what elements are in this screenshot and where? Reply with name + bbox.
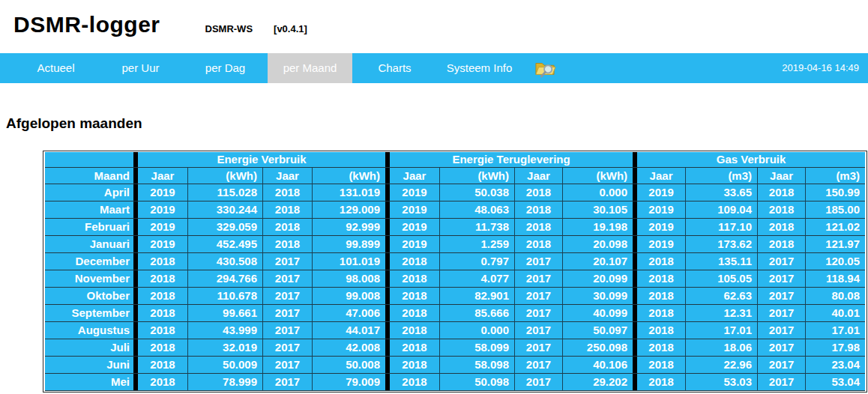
year-cell: 2018	[262, 236, 312, 253]
value-cell: 48.063	[439, 201, 514, 219]
value-cell: 11.738	[439, 219, 514, 236]
value-cell: 294.766	[187, 270, 262, 288]
value-cell: 12.31	[685, 305, 757, 322]
year-cell: 2019	[138, 219, 187, 236]
value-cell: 99.661	[187, 305, 262, 322]
year-cell: 2017	[262, 305, 312, 322]
year-cell: 2018	[637, 322, 685, 339]
value-cell: 82.901	[439, 288, 514, 305]
app-subtitle: DSMR-WS	[205, 23, 253, 34]
value-cell: 109.04	[685, 201, 757, 219]
table-row: Juni201850.009201750.008201858.098201740…	[45, 357, 865, 374]
year-cell: 2019	[138, 236, 187, 253]
year-cell: 2017	[757, 253, 805, 270]
year-cell: 2018	[390, 322, 439, 339]
value-cell: 117.10	[685, 219, 757, 236]
year-cell: 2018	[262, 219, 312, 236]
blank-header-cell	[45, 152, 133, 168]
year-cell: 2018	[637, 270, 685, 288]
nav-item-per-dag[interactable]: per Dag	[183, 53, 268, 83]
year-cell: 2018	[637, 288, 685, 305]
year-cell: 2017	[757, 288, 805, 305]
value-cell: 115.028	[187, 184, 262, 201]
year-cell: 2018	[637, 339, 685, 357]
column-header-kwh: (kWh)	[439, 168, 514, 184]
table-row: Januari2019452.495201899.89920191.259201…	[45, 236, 865, 253]
value-cell: 121.02	[805, 219, 865, 236]
value-cell: 20.099	[562, 270, 633, 288]
nav-item-per-maand[interactable]: per Maand	[268, 53, 352, 83]
value-cell: 110.678	[187, 288, 262, 305]
table-body: April2019115.0282018131.019201950.038201…	[45, 184, 865, 391]
value-cell: 50.097	[562, 322, 633, 339]
value-cell: 4.077	[439, 270, 514, 288]
value-cell: 78.999	[187, 374, 262, 391]
table-sub-header-row: Maand Jaar (kWh) Jaar (kWh) Jaar (kWh) J…	[45, 168, 865, 184]
year-cell: 2018	[637, 357, 685, 374]
value-cell: 32.019	[187, 339, 262, 357]
group-header-energie-verbruik: Energie Verbruik	[138, 152, 385, 168]
year-cell: 2017	[262, 253, 312, 270]
month-cell: November	[45, 270, 133, 288]
month-cell: Februari	[45, 219, 133, 236]
year-cell: 2017	[514, 339, 562, 357]
nav-item-charts[interactable]: Charts	[352, 53, 437, 83]
column-header-kwh: (kWh)	[562, 168, 633, 184]
app-title: DSMR-logger	[13, 12, 160, 37]
year-cell: 2018	[262, 201, 312, 219]
column-header-kwh: (kWh)	[187, 168, 262, 184]
group-header-gas-verbruik: Gas Verbruik	[637, 152, 865, 168]
year-cell: 2017	[262, 270, 312, 288]
value-cell: 47.006	[312, 305, 385, 322]
month-cell: Juni	[45, 357, 133, 374]
nav-timestamp: 2019-04-16 14:49	[782, 53, 868, 83]
value-cell: 53.04	[805, 374, 865, 391]
year-cell: 2017	[514, 270, 562, 288]
year-cell: 2018	[514, 219, 562, 236]
value-cell: 30.099	[562, 288, 633, 305]
nav-item-systeem-info[interactable]: Systeem Info	[437, 53, 522, 83]
year-cell: 2018	[138, 357, 187, 374]
year-cell: 2017	[514, 305, 562, 322]
column-header-jaar: Jaar	[757, 168, 805, 184]
value-cell: 40.106	[562, 357, 633, 374]
year-cell: 2018	[138, 322, 187, 339]
month-cell: Augustus	[45, 322, 133, 339]
year-cell: 2018	[757, 219, 805, 236]
year-cell: 2018	[514, 236, 562, 253]
value-cell: 40.099	[562, 305, 633, 322]
month-cell: Januari	[45, 236, 133, 253]
table-row: Juli201832.019201742.008201858.099201725…	[45, 339, 865, 357]
value-cell: 250.098	[562, 339, 633, 357]
value-cell: 58.098	[439, 357, 514, 374]
value-cell: 29.202	[562, 374, 633, 391]
value-cell: 330.244	[187, 201, 262, 219]
column-header-jaar: Jaar	[138, 168, 187, 184]
table-row: September201899.661201747.006201885.6662…	[45, 305, 865, 322]
year-cell: 2018	[390, 374, 439, 391]
folder-search-icon[interactable]	[534, 53, 556, 83]
nav-item-per-uur[interactable]: per Uur	[98, 53, 183, 83]
month-cell: Maart	[45, 201, 133, 219]
month-cell: September	[45, 305, 133, 322]
value-cell: 17.98	[805, 339, 865, 357]
nav-item-actueel[interactable]: Actueel	[13, 53, 98, 83]
year-cell: 2019	[637, 184, 685, 201]
value-cell: 17.01	[685, 322, 757, 339]
value-cell: 22.96	[685, 357, 757, 374]
value-cell: 50.098	[439, 374, 514, 391]
value-cell: 99.899	[312, 236, 385, 253]
year-cell: 2018	[390, 288, 439, 305]
year-cell: 2019	[637, 219, 685, 236]
year-cell: 2019	[390, 219, 439, 236]
year-cell: 2017	[757, 305, 805, 322]
year-cell: 2017	[262, 322, 312, 339]
year-cell: 2018	[637, 253, 685, 270]
value-cell: 430.508	[187, 253, 262, 270]
table-group-header-row: Energie Verbruik Energie Teruglevering G…	[45, 152, 865, 168]
year-cell: 2018	[138, 374, 187, 391]
value-cell: 80.08	[805, 288, 865, 305]
value-cell: 42.008	[312, 339, 385, 357]
column-header-jaar: Jaar	[262, 168, 312, 184]
months-table: Energie Verbruik Energie Teruglevering G…	[45, 152, 865, 391]
